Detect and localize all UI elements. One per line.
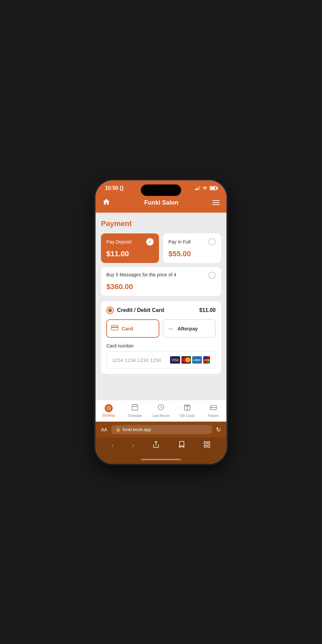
status-icons xyxy=(195,186,217,191)
bottom-nav: Booking Timetable xyxy=(96,400,226,422)
card-number-label: Card number xyxy=(106,343,216,348)
svg-rect-15 xyxy=(208,442,210,444)
card-number-input[interactable]: 1234 1234 1234 1234 VISA AMEX JCB xyxy=(106,351,216,369)
phone-frame: 10:50 {} F xyxy=(96,180,226,464)
package-option-header: Buy 5 Massages for the price of 4 xyxy=(106,272,216,279)
amex-logo: AMEX xyxy=(192,356,202,364)
wifi-icon xyxy=(202,186,208,191)
booking-icon xyxy=(105,404,113,412)
passes-icon xyxy=(210,404,217,413)
method-tabs: Card ↔ Afterpay xyxy=(106,319,216,338)
gift-cards-label: Gift Cards xyxy=(179,414,195,418)
card-number-placeholder: 1234 1234 1234 1234 xyxy=(112,357,161,363)
nav-passes[interactable]: Passes xyxy=(203,404,223,418)
credit-card-radio[interactable] xyxy=(106,307,114,314)
lock-icon: 🔒 xyxy=(115,427,121,432)
browser-url: funki.book.app xyxy=(123,427,151,432)
nav-timetable[interactable]: Timetable xyxy=(125,404,145,418)
browser-bar: AA 🔒 funki.book.app ↻ xyxy=(96,422,226,437)
menu-icon[interactable] xyxy=(212,200,220,205)
pay-deposit-option[interactable]: Pay Deposit $11.00 xyxy=(101,233,159,263)
bookmarks-button[interactable] xyxy=(178,441,185,450)
last-minute-label: Last Minute xyxy=(152,414,170,418)
svg-rect-3 xyxy=(132,405,138,411)
status-time: 10:50 {} xyxy=(105,185,123,191)
browser-url-bar[interactable]: 🔒 funki.book.app xyxy=(111,425,212,434)
card-tab-icon xyxy=(111,325,118,332)
payment-method-amount: $11.00 xyxy=(199,307,216,313)
afterpay-tab[interactable]: ↔ Afterpay xyxy=(163,319,216,338)
pay-deposit-amount: $11.00 xyxy=(106,250,154,258)
card-tab-label: Card xyxy=(122,326,133,331)
payment-options-row: Pay Deposit $11.00 Pay In Full $55.00 xyxy=(101,233,221,263)
dynamic-island xyxy=(141,184,181,196)
booking-label: Booking xyxy=(103,414,115,417)
content-area: Payment Pay Deposit $11.00 Pay In Full xyxy=(96,213,226,400)
pay-deposit-label: Pay Deposit xyxy=(106,239,131,245)
last-minute-icon xyxy=(157,404,165,413)
timetable-icon xyxy=(131,404,139,413)
payment-method-section: Credit / Debit Card $11.00 Card xyxy=(101,301,221,374)
pay-full-radio xyxy=(208,238,216,246)
payment-method-label: Credit / Debit Card xyxy=(117,307,164,313)
pay-full-label: Pay In Full xyxy=(168,239,191,245)
forward-button[interactable]: › xyxy=(132,441,134,450)
share-button[interactable] xyxy=(152,441,160,450)
payment-method-left: Credit / Debit Card xyxy=(106,307,164,314)
browser-refresh-icon[interactable]: ↻ xyxy=(216,426,221,433)
phone-screen: 10:50 {} F xyxy=(96,180,226,464)
signal-icon xyxy=(195,186,200,190)
home-indicator xyxy=(96,457,226,464)
package-label: Buy 5 Massages for the price of 4 xyxy=(106,272,208,278)
pay-deposit-radio xyxy=(146,238,154,246)
gift-cards-icon xyxy=(183,404,191,413)
app-header: Funki Salon xyxy=(96,194,226,213)
package-option[interactable]: Buy 5 Massages for the price of 4 $360.0… xyxy=(101,267,221,296)
browser-nav: ‹ › xyxy=(96,437,226,457)
home-indicator-bar xyxy=(141,459,181,460)
pay-full-option[interactable]: Pay In Full $55.00 xyxy=(163,233,221,263)
page-title: Payment xyxy=(101,219,221,228)
pay-full-header: Pay In Full xyxy=(168,238,216,246)
svg-rect-16 xyxy=(204,445,206,447)
package-radio xyxy=(208,272,216,279)
card-tab[interactable]: Card xyxy=(106,319,159,338)
home-icon[interactable] xyxy=(102,198,110,207)
radio-inner xyxy=(108,308,112,312)
nav-gift-cards[interactable]: Gift Cards xyxy=(177,404,197,418)
visa-logo: VISA xyxy=(170,356,180,364)
afterpay-tab-icon: ↔ xyxy=(167,325,174,332)
payment-method-header: Credit / Debit Card $11.00 xyxy=(106,307,216,314)
tabs-button[interactable] xyxy=(203,441,211,450)
svg-rect-14 xyxy=(204,442,206,444)
battery-icon xyxy=(210,186,217,190)
card-logos: VISA AMEX JCB xyxy=(170,356,210,364)
timetable-label: Timetable xyxy=(127,414,142,418)
passes-label: Passes xyxy=(208,414,219,418)
afterpay-tab-label: Afterpay xyxy=(177,326,198,331)
back-button[interactable]: ‹ xyxy=(111,441,114,450)
jcb-logo: JCB xyxy=(203,356,210,364)
svg-rect-17 xyxy=(208,445,210,447)
nav-booking[interactable]: Booking xyxy=(99,404,119,417)
mastercard-logo xyxy=(181,356,191,364)
browser-aa[interactable]: AA xyxy=(101,427,107,432)
svg-rect-1 xyxy=(111,327,118,328)
pay-deposit-header: Pay Deposit xyxy=(106,238,154,246)
nav-last-minute[interactable]: Last Minute xyxy=(151,404,171,418)
package-amount: $360.00 xyxy=(106,282,216,291)
pay-full-amount: $55.00 xyxy=(168,250,216,258)
app-title: Funki Salon xyxy=(144,199,178,206)
